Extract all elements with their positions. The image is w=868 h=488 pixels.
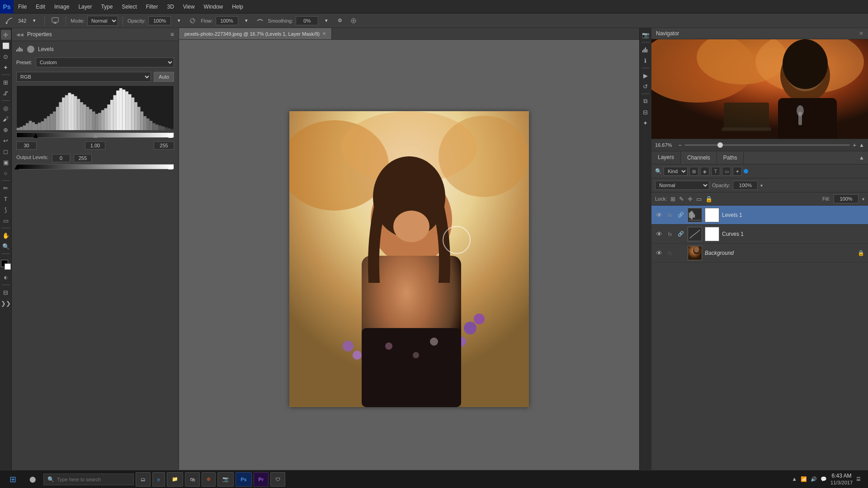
tab-paths[interactable]: Paths xyxy=(717,152,744,164)
brush-tool[interactable]: 🖌 xyxy=(1,114,11,124)
brush-preset-icon[interactable] xyxy=(49,15,61,26)
pressure-icon[interactable] xyxy=(348,15,359,26)
output-black-handle[interactable] xyxy=(14,165,19,169)
navigator-close[interactable]: ✕ xyxy=(859,30,863,37)
rtool-info[interactable]: ℹ xyxy=(641,56,651,66)
airbrush-icon[interactable] xyxy=(187,15,198,26)
filter-smart-btn[interactable]: ✦ xyxy=(733,167,742,176)
smoothing-icon[interactable] xyxy=(255,15,265,26)
rtool-histogram[interactable] xyxy=(641,45,651,55)
layer-visibility-curves[interactable]: 👁 xyxy=(655,230,663,238)
start-button[interactable]: ⊞ xyxy=(4,472,22,487)
action-center-icon[interactable]: ☰ xyxy=(856,476,861,482)
tray-expand-icon[interactable]: ▲ xyxy=(792,476,797,482)
auto-button[interactable]: Auto xyxy=(154,72,174,82)
output-white-value[interactable]: 255 xyxy=(74,154,92,162)
menu-3d[interactable]: 3D xyxy=(162,0,178,13)
nav-slider-thumb[interactable] xyxy=(717,142,723,148)
blend-mode-select[interactable]: Normal xyxy=(655,181,709,190)
nav-zoom-slider[interactable] xyxy=(684,144,850,146)
layer-row-background[interactable]: 👁 fx Background 🔒 xyxy=(651,244,868,263)
taskbar-files[interactable]: 📁 xyxy=(167,472,183,487)
eyedropper-tool[interactable]: 🖇 xyxy=(1,88,11,98)
properties-menu-icon[interactable]: ≡ xyxy=(170,31,174,38)
output-black-value[interactable]: 0 xyxy=(52,154,70,162)
opacity-dropdown[interactable]: ▾ xyxy=(174,15,184,26)
lock-all-icon[interactable]: ✛ xyxy=(688,196,693,202)
close-tab-icon[interactable]: ✕ xyxy=(322,31,326,36)
background-color[interactable] xyxy=(5,263,11,270)
layer-visibility-background[interactable]: 👁 xyxy=(655,249,663,257)
shape-tool[interactable]: ▭ xyxy=(1,216,11,225)
opacity-input[interactable]: 100% xyxy=(148,16,171,25)
notification-icon[interactable]: 💬 xyxy=(821,476,827,482)
volume-icon[interactable]: 🔊 xyxy=(811,476,817,482)
search-bar[interactable]: 🔍 xyxy=(43,474,134,485)
filter-pixel-btn[interactable]: ⊞ xyxy=(689,167,698,176)
output-white-handle[interactable] xyxy=(168,165,173,169)
lock-pixels-icon[interactable]: ⊞ xyxy=(670,196,675,202)
tab-layers[interactable]: Layers xyxy=(651,151,681,164)
fill-input[interactable]: 100% xyxy=(834,194,859,203)
menu-edit[interactable]: Edit xyxy=(31,0,50,13)
taskbar-store[interactable]: 🛍 xyxy=(185,472,200,487)
spot-heal-tool[interactable]: ◎ xyxy=(1,103,11,113)
input-white-value[interactable]: 255 xyxy=(154,141,174,150)
layer-link-curves[interactable]: 🔗 xyxy=(677,230,685,238)
taskbar-ps[interactable]: Ps xyxy=(236,472,251,487)
filter-shape-btn[interactable]: ▭ xyxy=(722,167,731,176)
clone-stamp-tool[interactable]: ⊕ xyxy=(1,125,11,135)
layer-row-curves[interactable]: 👁 fx 🔗 Curves 1 xyxy=(651,225,868,244)
dodge-tool[interactable]: ○ xyxy=(1,168,11,178)
filter-type-btn[interactable]: T xyxy=(711,167,720,176)
eraser-tool[interactable]: ◻ xyxy=(1,146,11,156)
lock-position-icon[interactable]: ✎ xyxy=(679,196,684,202)
menu-image[interactable]: Image xyxy=(50,0,74,13)
rtool-channels-icon[interactable]: ⊟ xyxy=(641,107,651,117)
history-brush-tool[interactable]: ↩ xyxy=(1,136,11,145)
select-rect-tool[interactable]: ⬜ xyxy=(1,41,11,51)
color-swatch[interactable] xyxy=(1,260,11,270)
menu-view[interactable]: View xyxy=(179,0,199,13)
taskbar-pr[interactable]: Pr xyxy=(254,472,269,487)
smoothing-dropdown[interactable]: ▾ xyxy=(321,15,332,26)
clock[interactable]: 6:43 AM 11/3/2017 xyxy=(830,473,853,486)
zoom-tool[interactable]: 🔍 xyxy=(1,241,11,251)
channel-select[interactable]: RGB xyxy=(16,72,151,82)
layer-visibility-levels[interactable]: 👁 xyxy=(655,211,663,219)
tab-channels[interactable]: Channels xyxy=(681,152,717,164)
opacity-row-input[interactable]: 100% xyxy=(733,181,758,190)
extras-icon[interactable]: ❯❯ xyxy=(1,298,11,308)
taskbar-explorer[interactable]: 🗂 xyxy=(136,472,151,487)
mode-select[interactable]: Normal Multiply Screen xyxy=(87,16,118,26)
taskbar-photos[interactable]: 📷 xyxy=(217,472,234,487)
lasso-tool[interactable]: ⊙ xyxy=(1,52,11,61)
opacity-arrow[interactable]: ▾ xyxy=(760,183,763,188)
layer-fx-background[interactable]: fx xyxy=(666,249,674,257)
layer-fx-levels[interactable]: fx xyxy=(666,211,674,219)
settings-icon[interactable]: ⚙ xyxy=(335,15,345,26)
menu-select[interactable]: Select xyxy=(117,0,141,13)
nav-collapse-icon[interactable]: ▲ xyxy=(859,142,864,148)
filter-select[interactable]: Kind xyxy=(664,167,688,176)
crop-tool[interactable]: ⊞ xyxy=(1,77,11,87)
canvas-tab[interactable]: pexels-photo-227349.jpeg @ 16.7% (Levels… xyxy=(179,28,332,39)
layer-link-levels[interactable]: 🔗 xyxy=(677,211,685,219)
collapse-icon[interactable]: ◀◀ xyxy=(16,32,24,37)
midpoint-handle[interactable] xyxy=(93,133,98,138)
black-point-handle[interactable] xyxy=(33,133,38,138)
rtool-paths-icon[interactable]: ✦ xyxy=(641,118,651,128)
white-point-handle[interactable] xyxy=(168,133,173,138)
rtool-camera[interactable]: 📷 xyxy=(641,30,651,40)
search-input[interactable] xyxy=(57,477,125,482)
filter-adjust-btn[interactable]: ◈ xyxy=(700,167,709,176)
menu-type[interactable]: Type xyxy=(96,0,117,13)
preset-select[interactable]: Custom xyxy=(36,57,174,67)
layer-fx-curves[interactable]: fx xyxy=(666,230,674,238)
layer-row-levels[interactable]: 👁 fx 🔗 Levels 1 xyxy=(651,206,868,225)
flow-input[interactable]: 100% xyxy=(216,16,238,25)
input-mid-value[interactable]: 1.00 xyxy=(85,141,105,150)
input-black-value[interactable]: 30 xyxy=(16,141,37,150)
rtool-layers-icon[interactable]: ⧉ xyxy=(641,96,651,106)
network-icon[interactable]: 📶 xyxy=(801,476,807,482)
